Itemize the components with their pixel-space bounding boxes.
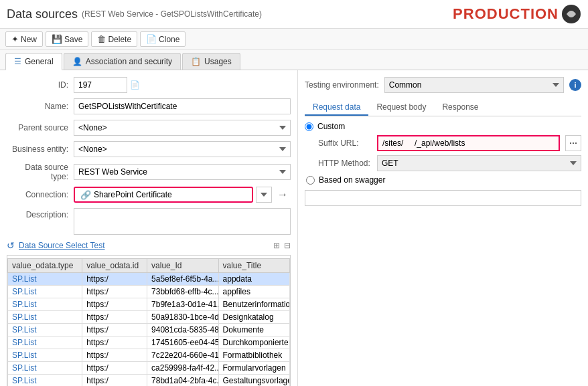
cell-title: Durchkomponierte ...: [218, 336, 289, 349]
table-row[interactable]: SP.List https:/ 50a91830-1bce-4d... Desi…: [8, 311, 290, 324]
cell-odata-id: https:/: [82, 375, 147, 387]
table-row[interactable]: SP.List https:/ 17451605-ee04-45... Durc…: [8, 336, 290, 349]
tab-general-label: General: [25, 57, 54, 66]
col-type: value_odata.type: [8, 259, 82, 273]
table-row[interactable]: SP.List https:/ 7b9fe1a3-0d1e-41... Benu…: [8, 298, 290, 311]
cell-title: Benutzerinformatio...: [218, 298, 289, 311]
save-label: Save: [64, 35, 82, 44]
swagger-radio-item: Based on swagger: [306, 175, 581, 185]
table-row[interactable]: SP.List https:/ 5a5ef8ef-6f5b-4a... appd…: [8, 273, 290, 286]
tab-request-data[interactable]: Request data: [305, 100, 368, 116]
tab-request-body[interactable]: Request body: [368, 100, 434, 116]
new-button[interactable]: ✦ New: [5, 31, 43, 47]
datasource-control: REST Web Service: [74, 164, 291, 180]
business-control: <None>: [74, 141, 291, 157]
description-field[interactable]: [74, 208, 291, 235]
cell-type: SP.List: [8, 324, 82, 336]
business-row: Business entity: <None>: [7, 141, 291, 157]
cell-value-id: 5a5ef8ef-6f5b-4a...: [147, 273, 218, 286]
cell-odata-id: https:/: [82, 286, 147, 298]
tabs-bar: ☰ General 👤 Association and security 📋 U…: [0, 50, 588, 70]
extra-input[interactable]: [305, 190, 581, 206]
description-row: Description:: [7, 208, 291, 235]
custom-label: Custom: [317, 122, 345, 131]
cell-title: Formatbibliothek: [218, 349, 289, 362]
general-icon: ☰: [14, 57, 21, 66]
tab-general[interactable]: ☰ General: [5, 53, 62, 70]
http-select[interactable]: GET: [377, 155, 581, 171]
datasource-label: Data source type:: [7, 163, 74, 181]
connection-select[interactable]: [256, 187, 272, 203]
connection-arrow-btn[interactable]: →: [275, 189, 291, 201]
datasource-select[interactable]: REST Web Service: [74, 164, 291, 180]
http-row: HTTP Method: GET: [318, 155, 581, 171]
custom-radio[interactable]: [305, 122, 313, 131]
parent-select[interactable]: <None>: [74, 120, 291, 136]
name-field[interactable]: [74, 98, 291, 114]
cell-odata-id: https:/: [82, 298, 147, 311]
cell-type: SP.List: [8, 298, 82, 311]
parent-label: Parent source: [7, 123, 74, 132]
test-expand-icon[interactable]: ⊞: [273, 241, 280, 250]
env-row: Testing environment: Common i: [305, 77, 581, 93]
save-button[interactable]: 💾 Save: [46, 31, 88, 47]
parent-row: Parent source <None>: [7, 120, 291, 136]
cell-title: Designkatalog: [218, 311, 289, 324]
table-row[interactable]: SP.List https:/ ca259998-fa4f-42... Form…: [8, 362, 290, 375]
cell-odata-id: https:/: [82, 336, 147, 349]
datasource-row: Data source type: REST Web Service: [7, 163, 291, 181]
cell-type: SP.List: [8, 286, 82, 298]
description-label: Description:: [7, 208, 74, 219]
id-icon: 📄: [130, 80, 140, 90]
table-row[interactable]: SP.List https:/ 78bd1a04-2bfa-4c... Gest…: [8, 375, 290, 387]
cell-odata-id: https:/: [82, 273, 147, 286]
cell-value-id: 50a91830-1bce-4d...: [147, 311, 218, 324]
delete-button[interactable]: 🗑 Delete: [91, 31, 137, 47]
id-field[interactable]: [74, 77, 127, 93]
table-row[interactable]: SP.List https:/ 7c22e204-660e-41... Form…: [8, 349, 290, 362]
table-row[interactable]: SP.List https:/ 94081cda-5835-48... Doku…: [8, 324, 290, 336]
new-label: New: [21, 35, 37, 44]
tab-association[interactable]: 👤 Association and security: [64, 53, 181, 70]
name-row: Name:: [7, 98, 291, 114]
right-panel: Testing environment: Common i Request da…: [298, 70, 588, 386]
clone-label: Clone: [159, 35, 179, 44]
col-odata-id: value_odata.id: [82, 259, 147, 273]
suffix-extra-btn[interactable]: ⋯: [565, 135, 581, 151]
data-table-wrapper: value_odata.type value_odata.id value_Id…: [7, 255, 291, 386]
title-bar: Data sources (REST Web Service - GetSPOL…: [0, 0, 588, 29]
id-control: 📄: [74, 77, 291, 93]
production-badge: PRODUCTION: [453, 4, 581, 24]
tab-response[interactable]: Response: [434, 100, 486, 116]
table-row[interactable]: SP.List https:/ 73bbfd68-effb-4c... appf…: [8, 286, 290, 298]
env-label: Testing environment:: [305, 80, 379, 90]
id-label: ID:: [7, 80, 74, 90]
cell-odata-id: https:/: [82, 349, 147, 362]
info-icon[interactable]: i: [569, 79, 581, 91]
connection-value: SharePoint Certificate: [94, 190, 172, 199]
production-icon: [561, 4, 581, 24]
test-refresh-icon[interactable]: ↺: [7, 240, 15, 251]
data-table: value_odata.type value_odata.id value_Id…: [7, 258, 290, 386]
request-tabs: Request data Request body Response: [305, 100, 581, 116]
test-header: ↺ Data Source Select Test ⊞ ⊟: [7, 240, 291, 251]
cell-odata-id: https:/: [82, 324, 147, 336]
production-label: PRODUCTION: [453, 5, 559, 23]
new-icon: ✦: [11, 34, 19, 44]
tab-usages[interactable]: 📋 Usages: [182, 53, 240, 70]
cell-title: Dokumente: [218, 324, 289, 336]
swagger-radio[interactable]: [306, 176, 315, 185]
page-subtitle: (REST Web Service - GetSPOListsWithCerti…: [82, 9, 262, 19]
env-select[interactable]: Common: [384, 77, 564, 93]
suffix-row: Suffix URL: ⋯: [318, 135, 581, 151]
toolbar: ✦ New 💾 Save 🗑 Delete 📄 Clone: [0, 29, 588, 50]
test-collapse-icon[interactable]: ⊟: [284, 241, 291, 250]
connection-box[interactable]: 🔗 SharePoint Certificate: [74, 187, 253, 203]
extra-field-area: [305, 190, 581, 206]
suffix-field[interactable]: [377, 135, 560, 151]
delete-label: Delete: [108, 35, 131, 44]
test-link[interactable]: Data Source Select Test: [19, 241, 105, 250]
business-select[interactable]: <None>: [74, 141, 291, 157]
clone-button[interactable]: 📄 Clone: [140, 31, 186, 47]
connection-row: Connection: 🔗 SharePoint Certificate →: [7, 187, 291, 203]
